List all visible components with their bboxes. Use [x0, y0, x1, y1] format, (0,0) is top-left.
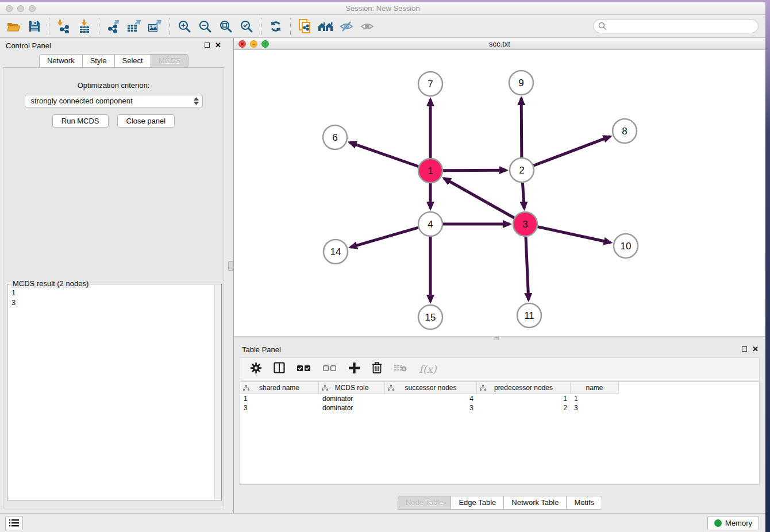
settings-gear-icon[interactable] [251, 363, 261, 376]
cell-shared-name[interactable]: 3 [240, 403, 319, 413]
graph-edge[interactable] [526, 237, 529, 300]
memory-label: Memory [725, 519, 752, 527]
close-window-button[interactable] [6, 5, 13, 12]
export-network-icon[interactable] [103, 17, 124, 36]
tab-edge-table[interactable]: Edge Table [451, 496, 504, 510]
memory-button[interactable]: Memory [707, 516, 759, 530]
close-panel-icon[interactable]: ✕ [215, 42, 221, 48]
column-header-name[interactable]: name [571, 382, 619, 394]
tab-network-table[interactable]: Network Table [503, 496, 567, 510]
graph-edge[interactable] [521, 98, 522, 157]
column-header-successor-nodes[interactable]: successor nodes [385, 382, 477, 394]
float-panel-icon[interactable] [205, 43, 210, 48]
minimize-window-button[interactable] [17, 5, 24, 12]
graph-node-label: 2 [519, 165, 524, 176]
zoom-fit-icon[interactable] [215, 17, 236, 36]
toolbar-separator [99, 18, 99, 35]
network-close-button[interactable]: ✕ [238, 40, 246, 48]
table-panel-title: Table Panel [242, 345, 281, 354]
open-file-icon[interactable] [3, 17, 24, 36]
column-header-mcds-role[interactable]: MCDS role [319, 382, 385, 394]
close-panel-button[interactable]: Close panel [117, 114, 175, 128]
table-header-row: shared name MCDS role successor nodes [240, 382, 759, 394]
delete-column-icon[interactable] [372, 362, 382, 376]
toolbar-separator [290, 18, 291, 35]
splitter-handle-icon[interactable] [228, 261, 233, 271]
select-all-checkboxes-icon[interactable] [297, 364, 311, 374]
export-image-icon[interactable] [145, 17, 165, 36]
export-table-icon[interactable] [124, 17, 145, 36]
cell-name[interactable]: 1 [571, 394, 619, 403]
zoom-out-icon[interactable] [195, 17, 215, 36]
hide-details-icon[interactable] [336, 17, 357, 36]
toolbar-separator [261, 18, 261, 35]
search-icon [598, 22, 607, 30]
cell-shared-name[interactable]: 1 [240, 394, 319, 403]
network-maximize-button[interactable]: + [261, 40, 269, 48]
optimization-criterion-label: Optimization criterion: [3, 81, 224, 90]
cell-predecessor-nodes[interactable]: 1 [477, 394, 571, 403]
graph-edge[interactable] [351, 228, 418, 247]
network-window-controls: ✕ − + [238, 40, 269, 48]
network-from-clipboard-icon[interactable] [295, 17, 315, 36]
cell-successor-nodes[interactable]: 4 [385, 394, 477, 403]
cell-name[interactable]: 3 [571, 403, 619, 413]
zoom-in-icon[interactable] [174, 17, 195, 36]
graph-edge[interactable] [534, 137, 610, 166]
tab-node-table[interactable]: Node Table [398, 496, 452, 510]
graph-node-label: 10 [621, 241, 632, 252]
table-toolbar: f(x) [240, 357, 760, 380]
table-row[interactable]: 3 dominator 3 2 3 [240, 403, 759, 413]
network-minimize-button[interactable]: − [250, 40, 257, 48]
column-header-predecessor-nodes[interactable]: predecessor nodes [477, 382, 571, 394]
cell-successor-nodes[interactable]: 3 [385, 403, 477, 413]
run-mcds-button[interactable]: Run MCDS [52, 114, 109, 128]
task-history-button[interactable] [5, 516, 23, 530]
column-type-icon [243, 385, 249, 391]
column-header-shared-name[interactable]: shared name [240, 382, 319, 394]
zoom-selected-icon[interactable] [236, 17, 257, 36]
app-window: Session: New Session [0, 2, 765, 532]
show-details-icon[interactable] [357, 17, 378, 36]
cell-mcds-role[interactable]: dominator [319, 394, 385, 403]
graph-node-label: 8 [622, 126, 627, 137]
save-session-icon[interactable] [24, 17, 45, 36]
refresh-icon[interactable] [265, 17, 286, 36]
zoom-window-button[interactable] [29, 5, 36, 12]
graph-node-label: 7 [428, 79, 433, 90]
close-table-panel-icon[interactable]: ✕ [752, 346, 759, 352]
search-input[interactable] [593, 19, 759, 33]
mcds-result-text[interactable]: 1 3 [8, 286, 214, 499]
graph-edge[interactable] [443, 170, 506, 171]
graph-edge[interactable] [444, 178, 514, 218]
panel-splitter[interactable] [227, 38, 234, 513]
float-table-panel-icon[interactable] [742, 346, 747, 352]
network-window-bottom-bar [234, 336, 765, 340]
node-table[interactable]: shared name MCDS role successor nodes [240, 381, 760, 485]
cell-predecessor-nodes[interactable]: 2 [477, 403, 571, 413]
column-selector-icon[interactable] [274, 362, 285, 376]
graph-edge[interactable] [349, 142, 418, 167]
cell-mcds-role[interactable]: dominator [319, 403, 385, 413]
graph-edge[interactable] [522, 183, 524, 209]
network-graph[interactable]: 1234678910111415 [234, 50, 765, 336]
import-table-icon[interactable] [74, 17, 95, 36]
graph-node-label: 4 [428, 219, 433, 230]
tab-network[interactable]: Network [39, 54, 83, 68]
add-column-icon[interactable] [349, 363, 360, 376]
result-scrollbar[interactable] [214, 285, 221, 499]
toolbar-separator [170, 18, 170, 35]
tab-select[interactable]: Select [114, 54, 151, 68]
list-icon [9, 519, 19, 527]
tab-style[interactable]: Style [82, 54, 115, 68]
graph-edge[interactable] [537, 227, 610, 243]
network-canvas[interactable]: 1234678910111415 [234, 50, 765, 336]
criterion-select[interactable]: strongly connected component [25, 95, 203, 107]
table-row[interactable]: 1 dominator 4 1 1 [240, 394, 759, 403]
show-all-networks-icon[interactable] [315, 17, 336, 36]
import-network-icon[interactable] [53, 17, 74, 36]
tab-motifs[interactable]: Motifs [566, 496, 602, 510]
deselect-all-checkboxes-icon[interactable] [323, 364, 337, 374]
tab-mcds[interactable]: MCDS [151, 54, 188, 68]
table-panel: Table Panel ✕ [234, 340, 765, 513]
